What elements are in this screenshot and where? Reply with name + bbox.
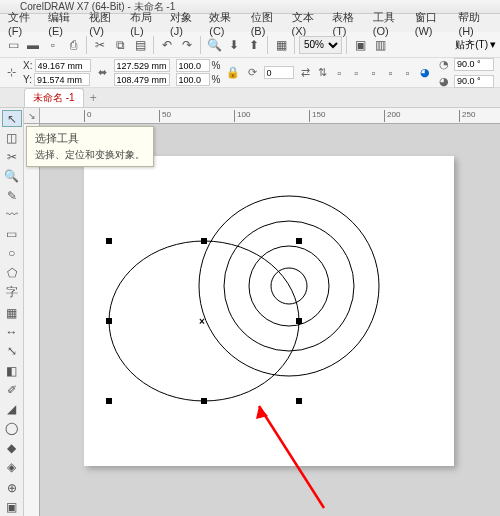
misc-icon[interactable]: ▫ — [334, 65, 345, 81]
selection-handle[interactable] — [106, 318, 112, 324]
new-icon[interactable]: ▭ — [4, 36, 22, 54]
canvas-area[interactable]: ↘ 0 50 100 150 200 250 选择工具 选择、定位和变换对象。 — [24, 108, 500, 516]
selection-handle[interactable] — [201, 398, 207, 404]
open-icon[interactable]: ▬ — [24, 36, 42, 54]
misc-icon[interactable]: ▫ — [351, 65, 362, 81]
menu-effects[interactable]: 效果(C) — [207, 10, 244, 37]
menu-window[interactable]: 窗口(W) — [413, 10, 453, 37]
selection-handle[interactable] — [296, 318, 302, 324]
menu-help[interactable]: 帮助(H) — [456, 10, 493, 37]
pie-icon[interactable]: ◕ — [419, 65, 430, 81]
zoom-select[interactable]: 50% — [299, 36, 342, 54]
menu-edit[interactable]: 编辑(E) — [46, 10, 83, 37]
rulers-icon[interactable]: ▥ — [371, 36, 389, 54]
document-tabs: 未命名 -1 + — [0, 88, 500, 108]
redo-icon[interactable]: ↷ — [178, 36, 196, 54]
vertical-ruler[interactable] — [24, 124, 40, 516]
connector-tool-icon[interactable]: ⤡ — [2, 343, 22, 360]
publish-icon[interactable]: ▦ — [272, 36, 290, 54]
export-icon[interactable]: ⬆ — [245, 36, 263, 54]
interactive-fill-icon[interactable]: ◆ — [2, 439, 22, 456]
selection-handle[interactable] — [106, 238, 112, 244]
artistic-tool-icon[interactable]: 〰 — [2, 206, 22, 223]
polygon-tool-icon[interactable]: ⬠ — [2, 264, 22, 281]
separator — [294, 36, 295, 54]
percent-label: % — [212, 74, 221, 85]
dimension-tool-icon[interactable]: ↔ — [2, 324, 22, 341]
mirror-h-icon[interactable]: ⇄ — [300, 65, 311, 81]
table-tool-icon[interactable]: ▦ — [2, 304, 22, 321]
height-input[interactable] — [114, 73, 170, 86]
paste-icon[interactable]: ▤ — [131, 36, 149, 54]
expand-icon[interactable]: ⊕ — [2, 480, 22, 497]
save-icon[interactable]: ▫ — [44, 36, 62, 54]
menu-file[interactable]: 文件(F) — [6, 10, 42, 37]
menu-bitmap[interactable]: 位图(B) — [249, 10, 286, 37]
separator — [346, 36, 347, 54]
fill-tool-icon[interactable]: ◢ — [2, 401, 22, 418]
search-icon[interactable]: 🔍 — [205, 36, 223, 54]
copy-icon[interactable]: ⧉ — [111, 36, 129, 54]
zoom-tool-icon[interactable]: 🔍 — [2, 168, 22, 185]
rotation-input[interactable] — [264, 66, 294, 79]
separator — [267, 36, 268, 54]
cut-icon[interactable]: ✂ — [91, 36, 109, 54]
selection-handle[interactable] — [296, 398, 302, 404]
ruler-origin-icon[interactable]: ↘ — [24, 108, 40, 124]
menu-layout[interactable]: 布局(L) — [128, 10, 164, 37]
scale-y-input[interactable] — [176, 73, 210, 86]
ruler-tick: 100 — [234, 110, 250, 122]
misc-icon[interactable]: ▫ — [385, 65, 396, 81]
selection-handle[interactable] — [106, 398, 112, 404]
rectangle-tool-icon[interactable]: ▭ — [2, 226, 22, 243]
snap-dropdown-icon[interactable]: ▾ — [490, 38, 496, 51]
menu-table[interactable]: 表格(T) — [330, 10, 366, 37]
menu-view[interactable]: 视图(V) — [87, 10, 124, 37]
horizontal-ruler[interactable]: 0 50 100 150 200 250 — [40, 108, 500, 124]
menu-text[interactable]: 文本(X) — [290, 10, 327, 37]
lock-ratio-icon[interactable]: 🔒 — [226, 65, 240, 81]
transparency-tool-icon[interactable]: ◈ — [2, 458, 22, 475]
y-input[interactable] — [34, 73, 90, 86]
menu-object[interactable]: 对象(J) — [168, 10, 203, 37]
drawing-content — [84, 156, 454, 466]
width-input[interactable] — [114, 59, 170, 72]
angle2-icon: ◕ — [436, 73, 452, 89]
shape-tool-icon[interactable]: ◫ — [2, 129, 22, 146]
size-group — [114, 59, 170, 86]
menu-tools[interactable]: 工具(O) — [371, 10, 409, 37]
selection-handle[interactable] — [201, 238, 207, 244]
percent-label: % — [212, 60, 221, 71]
ruler-tick: 50 — [159, 110, 171, 122]
scale-x-input[interactable] — [176, 59, 210, 72]
mirror-v-icon[interactable]: ⇅ — [317, 65, 328, 81]
print-icon[interactable]: ⎙ — [64, 36, 82, 54]
pick-tool-icon[interactable]: ↖ — [2, 110, 22, 127]
angle1-input[interactable] — [454, 58, 494, 71]
document-tab[interactable]: 未命名 -1 — [24, 88, 84, 107]
property-bar: ⊹ X: Y: ⬌ % % 🔒 ⟳ ⇄ ⇅ ▫ ▫ ▫ ▫ ▫ ◕ ◔ ◕ — [0, 58, 500, 88]
drawing-page[interactable]: × — [84, 156, 454, 466]
size-icon: ⬌ — [97, 65, 108, 81]
snap-button[interactable]: 贴齐(T) — [455, 38, 488, 52]
toolbox: ↖ ◫ ✂ 🔍 ✎ 〰 ▭ ○ ⬠ 字 ▦ ↔ ⤡ ◧ ✐ ◢ ◯ ◆ ◈ ⊕ … — [0, 108, 24, 516]
separator — [200, 36, 201, 54]
collapse-icon[interactable]: ▣ — [2, 499, 22, 516]
misc-icon[interactable]: ▫ — [402, 65, 413, 81]
x-input[interactable] — [35, 59, 91, 72]
misc-icon[interactable]: ▫ — [368, 65, 379, 81]
fullscreen-icon[interactable]: ▣ — [351, 36, 369, 54]
text-tool-icon[interactable]: 字 — [2, 283, 22, 302]
angle2-input[interactable] — [454, 75, 494, 88]
selection-handle[interactable] — [296, 238, 302, 244]
import-icon[interactable]: ⬇ — [225, 36, 243, 54]
ellipse-tool-icon[interactable]: ○ — [2, 245, 22, 262]
effects-tool-icon[interactable]: ◧ — [2, 362, 22, 379]
eyedropper-tool-icon[interactable]: ✐ — [2, 381, 22, 398]
undo-icon[interactable]: ↶ — [158, 36, 176, 54]
crop-tool-icon[interactable]: ✂ — [2, 149, 22, 166]
outline-tool-icon[interactable]: ◯ — [2, 420, 22, 437]
selection-center-icon[interactable]: × — [199, 316, 205, 327]
freehand-tool-icon[interactable]: ✎ — [2, 187, 22, 204]
add-tab-icon[interactable]: + — [84, 89, 103, 107]
